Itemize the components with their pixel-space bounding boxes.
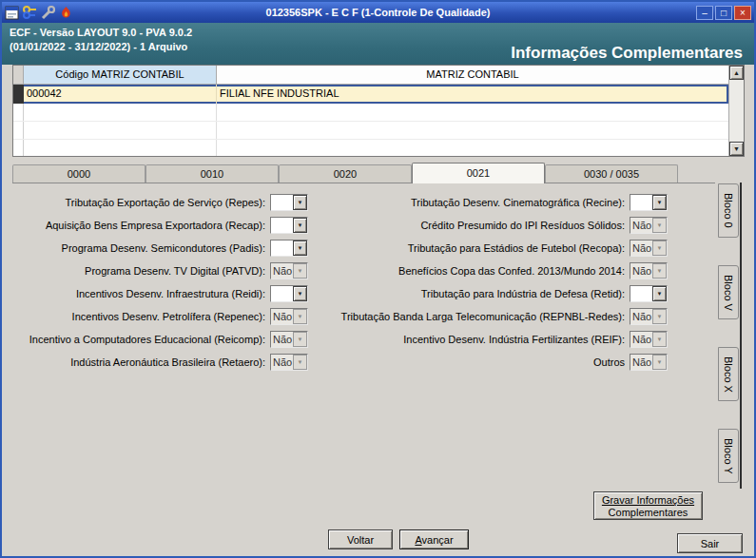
chevron-down-icon[interactable]: ▼ bbox=[652, 263, 667, 279]
dropdown-value: Não bbox=[630, 263, 652, 279]
wrench-icon bbox=[41, 6, 55, 20]
complementary-info-form: Tributação Exportação de Serviço (Repes)… bbox=[12, 194, 708, 371]
field-label: Tributação Exportação de Serviço (Repes)… bbox=[12, 197, 267, 208]
dropdown-value bbox=[271, 218, 293, 233]
app-header: ECF - Versão LAYOUT 9.0 - PVA 9.0.2 (01/… bbox=[2, 23, 754, 65]
chevron-down-icon[interactable]: ▼ bbox=[652, 309, 667, 324]
matriz-contabil-grid: Código MATRIZ CONTABIL MATRIZ CONTABIL 0… bbox=[12, 65, 745, 157]
dropdown-reicomp[interactable]: Não▼ bbox=[270, 331, 308, 348]
chevron-down-icon[interactable]: ▼ bbox=[293, 241, 307, 256]
dropdown-value: Não bbox=[630, 241, 652, 256]
dropdown-value: Não bbox=[271, 332, 293, 347]
app-window: 012356SPK - E C F (1-Controle De Qualida… bbox=[0, 0, 756, 558]
tab-bloco-x[interactable]: Bloco X bbox=[718, 347, 739, 401]
dropdown-reif[interactable]: Não▼ bbox=[630, 331, 668, 348]
chevron-down-icon[interactable]: ▼ bbox=[293, 309, 307, 324]
chevron-down-icon[interactable]: ▼ bbox=[293, 332, 307, 347]
scrollbar-track[interactable]: ▲ ▼ bbox=[728, 66, 744, 156]
dropdown-outros[interactable]: Não▼ bbox=[630, 354, 668, 371]
tab-bloco-y[interactable]: Bloco Y bbox=[718, 429, 739, 483]
chevron-down-icon[interactable]: ▼ bbox=[293, 355, 307, 370]
dropdown-value bbox=[271, 286, 293, 301]
close-button[interactable]: × bbox=[734, 6, 751, 20]
table-row[interactable] bbox=[13, 104, 728, 122]
dropdown-copa-confed[interactable]: Não▼ bbox=[630, 262, 668, 279]
tab-0030-0035[interactable]: 0030 / 0035 bbox=[545, 164, 678, 183]
title-bar: 012356SPK - E C F (1-Controle De Qualida… bbox=[2, 2, 754, 23]
dropdown-value: Não bbox=[630, 355, 652, 370]
field-label: Incentivos Desenv. Infraestrutura (Reidi… bbox=[12, 288, 267, 299]
field-label: Programa Desenv. TV Digital (PATVD): bbox=[12, 265, 267, 277]
voltar-button[interactable]: Voltar bbox=[328, 529, 393, 549]
cell-matriz: FILIAL NFE INDUSTRIAL bbox=[217, 85, 728, 104]
dropdown-repenec[interactable]: Não▼ bbox=[270, 308, 308, 325]
keys-icon bbox=[23, 6, 37, 20]
sair-button[interactable]: Sair bbox=[677, 533, 743, 553]
tab-bloco-0[interactable]: Bloco 0 bbox=[718, 183, 739, 238]
dropdown-ipi-residuos[interactable]: Não▼ bbox=[630, 217, 668, 234]
gravar-informacoes-button[interactable]: Gravar Informações Complementares bbox=[593, 491, 703, 520]
gravar-label-line2: Complementares bbox=[594, 507, 702, 519]
grid-header-row: Código MATRIZ CONTABIL MATRIZ CONTABIL bbox=[13, 66, 728, 85]
chevron-down-icon[interactable]: ▼ bbox=[652, 241, 667, 256]
chevron-down-icon[interactable]: ▼ bbox=[293, 218, 307, 233]
table-row[interactable] bbox=[13, 140, 728, 156]
dropdown-repes[interactable]: ▼ bbox=[270, 194, 308, 211]
column-header-codigo[interactable]: Código MATRIZ CONTABIL bbox=[24, 66, 217, 85]
dropdown-value bbox=[271, 241, 293, 256]
dropdown-padis[interactable]: ▼ bbox=[270, 240, 308, 257]
tab-0020[interactable]: 0020 bbox=[279, 164, 412, 183]
scroll-down-button[interactable]: ▼ bbox=[729, 142, 744, 156]
field-label: Indústria Aeronáutica Brasileira (Retaer… bbox=[12, 356, 267, 368]
dropdown-recine[interactable]: ▼ bbox=[630, 194, 668, 211]
table-row[interactable]: 000042 FILIAL NFE INDUSTRIAL bbox=[13, 85, 728, 104]
dropdown-patvd[interactable]: Não▼ bbox=[270, 262, 308, 279]
field-label: Aquisição Bens Empresa Exportadora (Reca… bbox=[12, 220, 267, 231]
scroll-up-button[interactable]: ▲ bbox=[729, 66, 744, 80]
chevron-down-icon[interactable]: ▼ bbox=[652, 218, 667, 233]
dropdown-retaero[interactable]: Não▼ bbox=[270, 354, 308, 371]
field-label: Tributação para Indústria de Defesa (Ret… bbox=[311, 288, 627, 299]
dropdown-recopa[interactable]: Não▼ bbox=[630, 240, 668, 257]
form-icon bbox=[5, 6, 19, 20]
bloco-tabs: Bloco 0 Bloco V Bloco X Bloco Y bbox=[718, 183, 739, 483]
dropdown-value: Não bbox=[271, 309, 293, 324]
avancar-button[interactable]: Avançar bbox=[399, 529, 469, 549]
column-header-matriz[interactable]: MATRIZ CONTABIL bbox=[217, 66, 728, 85]
flame-icon bbox=[59, 6, 73, 20]
dropdown-value bbox=[630, 195, 652, 210]
dropdown-recap[interactable]: ▼ bbox=[270, 217, 308, 234]
chevron-down-icon[interactable]: ▼ bbox=[293, 263, 307, 279]
dropdown-retid[interactable]: ▼ bbox=[630, 285, 668, 302]
minimize-button[interactable]: – bbox=[696, 6, 713, 20]
avancar-rest: vançar bbox=[422, 534, 454, 546]
field-label: Programa Desenv. Semicondutores (Padis): bbox=[12, 242, 267, 254]
chevron-down-icon[interactable]: ▼ bbox=[652, 355, 667, 370]
tab-0010[interactable]: 0010 bbox=[145, 164, 279, 183]
dropdown-value bbox=[271, 195, 293, 210]
dropdown-value: Não bbox=[271, 263, 293, 279]
window-title: 012356SPK - E C F (1-Controle De Qualida… bbox=[2, 7, 754, 18]
chevron-down-icon[interactable]: ▼ bbox=[652, 332, 667, 347]
tab-bloco-v[interactable]: Bloco V bbox=[718, 265, 739, 319]
field-label: Outros bbox=[311, 356, 627, 368]
table-row[interactable] bbox=[13, 122, 728, 140]
maximize-button[interactable]: □ bbox=[715, 6, 732, 20]
version-line: ECF - Versão LAYOUT 9.0 - PVA 9.0.2 bbox=[10, 26, 746, 40]
field-label: Crédito Presumido do IPI Resíduos Sólido… bbox=[311, 220, 627, 231]
field-label: Incentivos Desenv. Petrolífera (Repenec)… bbox=[12, 311, 267, 322]
chevron-down-icon[interactable]: ▼ bbox=[293, 286, 307, 301]
avancar-accel: A bbox=[415, 534, 421, 546]
chevron-down-icon[interactable]: ▼ bbox=[293, 195, 307, 210]
tab-0000[interactable]: 0000 bbox=[12, 164, 145, 183]
dropdown-reidi[interactable]: ▼ bbox=[270, 285, 308, 302]
gravar-label-line1: Gravar Informações bbox=[594, 494, 702, 507]
record-tabs: 0000 0010 0020 0021 0030 / 0035 bbox=[12, 163, 715, 183]
field-label: Tributação para Estádios de Futebol (Rec… bbox=[311, 242, 627, 254]
tab-0021[interactable]: 0021 bbox=[412, 163, 545, 183]
dropdown-value: Não bbox=[630, 332, 652, 347]
dropdown-repnbl[interactable]: Não▼ bbox=[630, 308, 668, 325]
chevron-down-icon[interactable]: ▼ bbox=[652, 286, 667, 301]
field-label: Tributação Desenv. Cinematográfica (Reci… bbox=[311, 197, 627, 208]
chevron-down-icon[interactable]: ▼ bbox=[652, 195, 667, 210]
